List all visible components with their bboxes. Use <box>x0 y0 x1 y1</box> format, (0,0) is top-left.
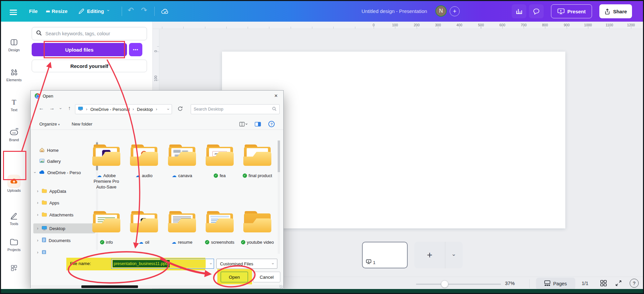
file-item-adobe[interactable]: Pr ☁AdobePremiere ProAuto-Save <box>88 145 125 190</box>
tree-item-onedrive[interactable]: › OneDrive - Perso <box>33 167 95 177</box>
redo-button[interactable]: ↷ <box>141 6 147 15</box>
sidebar-item-apps[interactable] <box>1 263 27 274</box>
this-pc-icon <box>78 107 83 112</box>
file-item-oil[interactable]: ☁oil <box>125 211 163 245</box>
tree-item-appdata[interactable]: › AppData <box>33 186 95 196</box>
tree-item-home[interactable]: Home <box>33 145 95 155</box>
dialog-search[interactable] <box>191 104 280 114</box>
breadcrumb-separator: › <box>132 107 135 112</box>
file-item-youtube-video[interactable]: ✓youtube video <box>239 211 276 245</box>
resize-grip[interactable] <box>279 285 283 288</box>
search-input[interactable] <box>45 31 143 36</box>
files-scrollbar[interactable] <box>278 141 280 254</box>
file-item-final-product[interactable]: ✓final product <box>239 145 276 178</box>
up-icon[interactable]: ↑ <box>68 105 71 111</box>
tree-item-attachments[interactable]: › Attachments <box>33 210 95 220</box>
file-item-audio[interactable]: ☁audio <box>125 145 163 178</box>
sidebar-item-tools[interactable]: Tools <box>1 211 27 226</box>
tree-item-documents[interactable]: › Documents <box>33 235 95 245</box>
tree-label: AppData <box>49 189 66 194</box>
recent-locations-chevron[interactable]: › <box>58 108 63 109</box>
breadcrumb-desktop[interactable]: Desktop <box>137 107 153 112</box>
resize-menu[interactable]: Resize <box>52 8 68 14</box>
chevron-right-icon[interactable]: › <box>36 200 39 205</box>
cancel-button[interactable]: Cancel <box>253 272 280 282</box>
refresh-icon[interactable] <box>177 106 183 112</box>
help-button[interactable]: ? <box>630 279 639 288</box>
add-member-button[interactable]: + <box>450 6 460 16</box>
add-page-button[interactable]: + <box>414 242 445 268</box>
present-button[interactable]: Present <box>551 4 592 18</box>
filetype-select[interactable]: Customised Files › <box>216 259 277 269</box>
tree-item-partial[interactable]: › <box>33 247 95 257</box>
text-icon: T <box>1 98 27 107</box>
record-yourself-button[interactable]: Record yourself <box>32 60 147 72</box>
chevron-down-icon[interactable]: › <box>33 171 37 174</box>
sidebar-item-projects[interactable]: Projects <box>1 237 27 252</box>
hamburger-menu-icon[interactable] <box>10 8 17 16</box>
close-icon[interactable]: × <box>269 91 283 101</box>
more-options-button[interactable]: ••• <box>129 43 142 56</box>
chevron-right-icon[interactable]: › <box>36 226 39 231</box>
chrome-icon <box>35 93 40 99</box>
tree-item-apps[interactable]: › Apps <box>33 198 95 208</box>
sidebar-item-elements[interactable]: Elements <box>1 68 27 82</box>
dialog-nav-row: ← → › ↑ › OneDrive - Personal › Desktop … <box>31 103 283 116</box>
comments-button[interactable] <box>529 4 544 18</box>
filename-dropdown-chevron[interactable]: › <box>209 263 213 264</box>
undo-button[interactable]: ↶ <box>128 6 134 15</box>
back-icon[interactable]: ← <box>39 105 44 111</box>
folder-icon <box>130 145 158 166</box>
cloud-status-icon: ☁ <box>172 173 177 178</box>
design-title[interactable]: Untitled design - Presentation <box>344 8 444 14</box>
present-label: Present <box>567 9 586 14</box>
share-button[interactable]: Share <box>599 4 632 18</box>
dialog-titlebar[interactable]: Open <box>31 91 283 101</box>
filename-input[interactable]: presentation_business11.pptx › <box>111 259 214 269</box>
forward-icon[interactable]: → <box>49 105 55 111</box>
help-icon[interactable]: ? <box>268 121 275 127</box>
tree-label: Gallery <box>47 159 61 164</box>
panel-search[interactable] <box>32 27 147 40</box>
breadcrumb-onedrive[interactable]: OneDrive - Personal <box>90 107 130 112</box>
new-folder-button[interactable]: New folder <box>72 122 92 127</box>
file-item-resume[interactable]: ☁resume <box>163 211 201 245</box>
sidebar-item-design[interactable]: Design <box>1 38 27 52</box>
file-item-canava[interactable]: ☁canava <box>163 145 201 178</box>
chevron-down-icon[interactable]: › <box>108 8 109 13</box>
page-options-chevron[interactable]: › <box>445 242 463 268</box>
sidebar-label: Projects <box>1 248 27 252</box>
chevron-right-icon[interactable]: › <box>36 238 39 243</box>
sidebar-item-brand[interactable]: co Brand <box>1 128 27 142</box>
dialog-search-input[interactable] <box>194 107 272 112</box>
tree-item-gallery[interactable]: Gallery <box>33 156 95 166</box>
editing-mode-dropdown[interactable]: Editing <box>87 8 104 14</box>
zoom-percentage[interactable]: 37% <box>505 281 515 286</box>
breadcrumb[interactable]: › OneDrive - Personal › Desktop › › <box>75 104 172 114</box>
grid-view-icon[interactable] <box>600 280 607 286</box>
file-item-screenshots[interactable]: ✓screenshots <box>201 211 238 245</box>
chevron-right-icon[interactable]: › <box>36 250 39 255</box>
sidebar-item-text[interactable]: T Text <box>1 98 27 112</box>
avatar[interactable]: N <box>435 5 447 17</box>
preview-pane-icon[interactable] <box>255 122 261 127</box>
tree-item-desktop[interactable]: › Desktop <box>33 223 95 233</box>
chevron-right-icon[interactable]: › <box>36 212 39 217</box>
dialog-horizontal-scrollbar[interactable] <box>31 285 283 288</box>
open-button[interactable]: Open <box>221 272 248 282</box>
zoom-slider-knob[interactable] <box>441 280 448 288</box>
address-dropdown-chevron[interactable]: › <box>166 109 171 110</box>
fullscreen-icon[interactable] <box>615 280 622 286</box>
page-thumbnail[interactable]: 1 <box>362 242 408 268</box>
chevron-right-icon[interactable]: › <box>36 189 39 193</box>
file-menu[interactable]: File <box>29 8 38 14</box>
desktop-icon <box>42 226 47 231</box>
insights-button[interactable] <box>512 4 526 18</box>
file-item-info[interactable]: ✓info <box>88 211 125 245</box>
view-options-icon[interactable] <box>239 122 247 127</box>
pages-view-button[interactable]: Pages <box>536 278 575 290</box>
pages-icon <box>544 280 550 287</box>
organize-menu[interactable]: Organize ▾ <box>39 122 60 127</box>
file-item-fea[interactable]: JASPER AI ✓fea <box>201 145 238 178</box>
zoom-slider[interactable] <box>416 284 501 285</box>
